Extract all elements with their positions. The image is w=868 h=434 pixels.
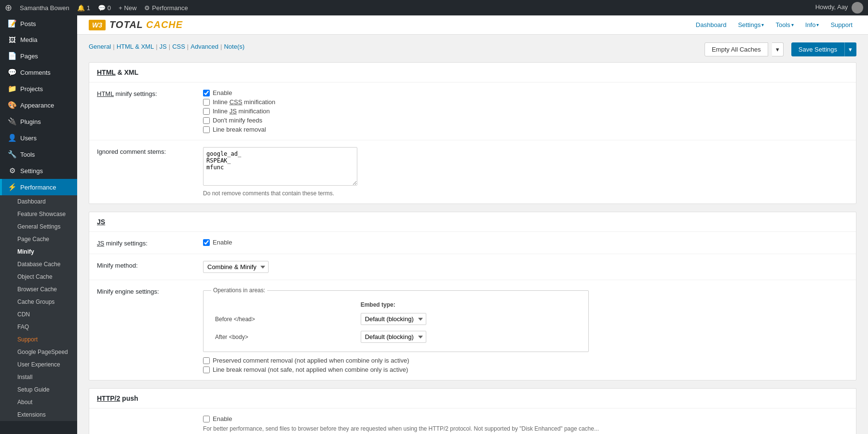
inline-js-checkbox[interactable] bbox=[203, 108, 210, 115]
sidebar-item-projects[interactable]: 📁 Projects bbox=[0, 81, 77, 97]
sidebar-item-performance[interactable]: ⚡ Performance bbox=[0, 179, 77, 195]
submenu-cache-groups[interactable]: Cache Groups bbox=[0, 296, 77, 308]
minify-method-control: Combine & Minify Combine Only Minify Onl… bbox=[203, 261, 848, 273]
sidebar-item-pages[interactable]: 📄 Pages bbox=[0, 48, 77, 64]
after-body-select-cell: Default (blocking) Async Defer bbox=[357, 328, 581, 346]
empty-caches-dropdown[interactable]: ▾ bbox=[772, 42, 784, 56]
projects-icon: 📁 bbox=[8, 84, 16, 93]
http2-section-header: HTTP/2 push bbox=[89, 389, 856, 408]
submenu-general-settings[interactable]: General Settings bbox=[0, 220, 77, 233]
js-section-body: JS minify settings: Enable Minify method… bbox=[89, 232, 856, 380]
submenu-dashboard[interactable]: Dashboard bbox=[0, 195, 77, 208]
html-minify-row: HTML minify settings: Enable Inline CSS … bbox=[89, 82, 856, 140]
plugin-header: W3 TOTAL CACHE Dashboard Settings ▾ Tool… bbox=[77, 15, 868, 35]
submenu-faq[interactable]: FAQ bbox=[0, 321, 77, 333]
line-break-row: Line break removal bbox=[203, 126, 848, 133]
sidebar-item-posts[interactable]: 📝 Posts bbox=[0, 15, 77, 32]
submenu-user-experience[interactable]: User Experience bbox=[0, 358, 77, 371]
js-line-break-checkbox[interactable] bbox=[203, 366, 210, 373]
http2-enable-checkbox-row: Enable bbox=[203, 415, 848, 422]
js-minify-row: JS minify settings: Enable bbox=[89, 232, 856, 254]
before-head-select[interactable]: Default (blocking) Async Defer bbox=[361, 313, 426, 325]
header-nav-info[interactable]: Info ▾ bbox=[801, 19, 823, 30]
pages-icon: 📄 bbox=[8, 52, 16, 60]
sidebar-item-media[interactable]: 🖼 Media bbox=[0, 32, 77, 48]
subnav-advanced[interactable]: Advanced bbox=[190, 43, 218, 50]
submenu-install[interactable]: Install bbox=[0, 371, 77, 383]
submenu-cdn[interactable]: CDN bbox=[0, 308, 77, 321]
header-nav-support[interactable]: Support bbox=[827, 19, 856, 30]
after-body-select[interactable]: Default (blocking) Async Defer bbox=[361, 331, 426, 343]
http2-enable-control: Enable For better performance, send file… bbox=[203, 415, 848, 432]
sidebar-item-settings[interactable]: ⚙ Settings bbox=[0, 163, 77, 179]
submenu-database-cache[interactable]: Database Cache bbox=[0, 258, 77, 271]
dont-minify-feeds-row: Don't minify feeds bbox=[203, 117, 848, 124]
submenu-page-cache[interactable]: Page Cache bbox=[0, 233, 77, 245]
before-head-select-cell: Default (blocking) Async Defer bbox=[357, 310, 581, 328]
submenu-setup-guide[interactable]: Setup Guide bbox=[0, 383, 77, 396]
line-break-checkbox[interactable] bbox=[203, 126, 210, 133]
appearance-icon: 🎨 bbox=[8, 101, 16, 109]
admin-bar: ⊕ Samantha Bowen 🔔 1 💬 0 + New ⚙ Perform… bbox=[0, 0, 868, 15]
subnav-notes[interactable]: Note(s) bbox=[224, 43, 244, 50]
logo-cache: CACHE bbox=[146, 19, 183, 30]
js-enable-checkbox[interactable] bbox=[203, 239, 210, 246]
site-name[interactable]: Samantha Bowen bbox=[20, 4, 69, 12]
top-action-row: General | HTML & XML | JS | CSS | Advanc… bbox=[89, 42, 856, 56]
js-minify-controls: Enable bbox=[203, 239, 848, 246]
submenu-about[interactable]: About bbox=[0, 396, 77, 408]
ignored-comments-help: Do not remove comments that contain thes… bbox=[203, 190, 848, 197]
submenu-support[interactable]: Support bbox=[0, 333, 77, 346]
html-label: HTML bbox=[97, 68, 116, 76]
submenu-object-cache[interactable]: Object Cache bbox=[0, 271, 77, 283]
subnav-html-xml[interactable]: HTML & XML bbox=[117, 43, 154, 50]
sidebar-item-appearance[interactable]: 🎨 Appearance bbox=[0, 97, 77, 113]
save-settings-button[interactable]: Save Settings bbox=[791, 42, 844, 56]
js-line-break-row: Line break removal (not safe, not applie… bbox=[203, 366, 848, 373]
adminbar-new[interactable]: + New bbox=[119, 4, 136, 12]
after-body-row: After <body> Default (blocking) Async De… bbox=[211, 328, 581, 346]
submenu-minify[interactable]: Minify bbox=[0, 245, 77, 258]
minify-method-select[interactable]: Combine & Minify Combine Only Minify Onl… bbox=[203, 261, 269, 273]
header-nav-tools[interactable]: Tools ▾ bbox=[772, 19, 797, 30]
http2-title: HTTP/2 bbox=[97, 394, 120, 402]
adminbar-comments[interactable]: 💬 0 bbox=[98, 4, 111, 12]
inline-js-row: Inline JS minification bbox=[203, 108, 848, 115]
http2-section-body: Enable For better performance, send file… bbox=[89, 408, 856, 434]
html-enable-checkbox[interactable] bbox=[203, 90, 210, 96]
subnav-js[interactable]: JS bbox=[160, 43, 167, 50]
plugin-logo: W3 TOTAL CACHE bbox=[89, 19, 183, 30]
submenu-google-pagespeed[interactable]: Google PageSpeed bbox=[0, 346, 77, 358]
preserve-comment-checkbox[interactable] bbox=[203, 357, 210, 364]
submenu-feature-showcase[interactable]: Feature Showcase bbox=[0, 208, 77, 220]
performance-icon: ⚡ bbox=[8, 183, 16, 191]
sidebar-item-comments[interactable]: 💬 Comments bbox=[0, 64, 77, 81]
wp-logo[interactable]: ⊕ bbox=[5, 2, 12, 13]
ignored-comments-label: Ignored comment stems: bbox=[97, 147, 193, 155]
dont-minify-feeds-checkbox[interactable] bbox=[203, 117, 210, 124]
sub-nav: General | HTML & XML | JS | CSS | Advanc… bbox=[89, 43, 244, 50]
js-section: JS JS minify settings: Enable bbox=[89, 212, 856, 380]
save-settings-dropdown[interactable]: ▾ bbox=[844, 42, 856, 56]
subnav-css[interactable]: CSS bbox=[172, 43, 185, 50]
html-minify-controls: Enable Inline CSS minification Inline JS… bbox=[203, 89, 848, 133]
inline-css-checkbox[interactable] bbox=[203, 99, 210, 106]
sidebar-item-tools[interactable]: 🔧 Tools bbox=[0, 146, 77, 163]
after-body-label: After <body> bbox=[211, 328, 357, 346]
action-buttons: Empty All Caches ▾ Save Settings ▾ bbox=[705, 42, 856, 56]
submenu-extensions[interactable]: Extensions bbox=[0, 408, 77, 421]
submenu-browser-cache[interactable]: Browser Cache bbox=[0, 283, 77, 296]
adminbar-notifications[interactable]: 🔔 1 bbox=[77, 4, 90, 12]
empty-caches-button[interactable]: Empty All Caches bbox=[705, 42, 768, 56]
subnav-general[interactable]: General bbox=[89, 43, 111, 50]
sidebar-item-plugins[interactable]: 🔌 Plugins bbox=[0, 113, 77, 130]
header-nav-dashboard[interactable]: Dashboard bbox=[692, 19, 731, 30]
sidebar-item-users[interactable]: 👤 Users bbox=[0, 130, 77, 146]
ignored-comments-textarea[interactable]: google_ad_ RSPEAK_ mfunc bbox=[203, 147, 357, 186]
settings-dropdown-arrow: ▾ bbox=[761, 22, 764, 27]
header-nav-settings[interactable]: Settings ▾ bbox=[734, 19, 768, 30]
http2-enable-checkbox[interactable] bbox=[203, 416, 210, 422]
http2-enable-row: Enable For better performance, send file… bbox=[89, 408, 856, 434]
http2-enable-label: Enable bbox=[213, 415, 232, 422]
adminbar-performance[interactable]: ⚙ Performance bbox=[144, 4, 188, 12]
